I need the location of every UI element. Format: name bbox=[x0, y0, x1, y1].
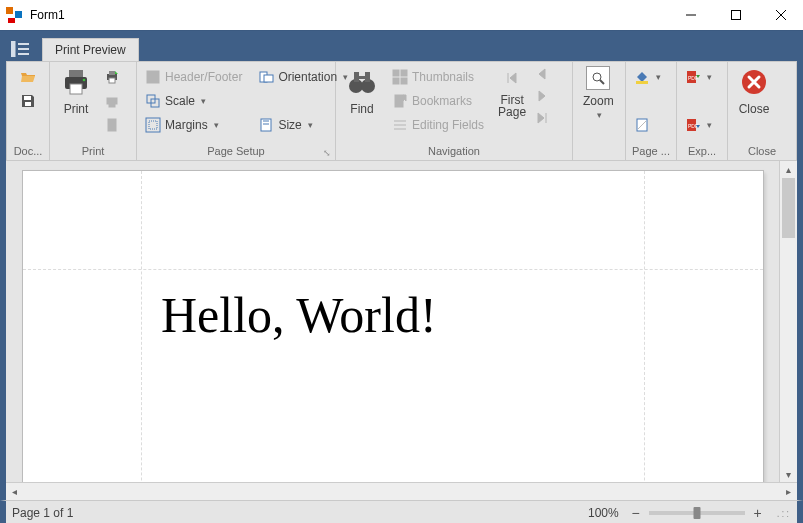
scroll-up-button[interactable]: ▴ bbox=[780, 161, 797, 178]
svg-rect-37 bbox=[393, 78, 399, 84]
svg-rect-35 bbox=[393, 70, 399, 76]
margin-guide bbox=[141, 171, 142, 483]
editing-fields-icon bbox=[392, 117, 408, 133]
scale-label: Scale bbox=[165, 94, 195, 108]
maximize-button[interactable] bbox=[713, 1, 758, 30]
svg-rect-25 bbox=[146, 118, 160, 132]
chevron-down-icon: ▾ bbox=[707, 120, 712, 130]
ribbon-tabstrip: Print Preview bbox=[6, 37, 797, 61]
tab-label: Print Preview bbox=[55, 43, 126, 57]
margin-guide bbox=[23, 269, 763, 270]
svg-rect-8 bbox=[24, 96, 31, 100]
svg-text:PDF: PDF bbox=[688, 75, 698, 81]
size-icon bbox=[258, 117, 274, 133]
chevron-down-icon: ▾ bbox=[707, 72, 712, 82]
margin-guide bbox=[644, 171, 645, 483]
title-bar: Form1 bbox=[0, 0, 803, 31]
margins-icon bbox=[145, 117, 161, 133]
pdf-send-icon: PDF bbox=[685, 117, 701, 133]
chevron-down-icon: ▾ bbox=[308, 120, 313, 130]
svg-rect-36 bbox=[401, 70, 407, 76]
vertical-scrollbar[interactable]: ▴ ▾ bbox=[779, 161, 797, 483]
svg-rect-26 bbox=[149, 121, 157, 129]
svg-rect-39 bbox=[395, 95, 403, 107]
print-label: Print bbox=[64, 102, 89, 116]
pdf-export-icon: PDF bbox=[685, 69, 701, 85]
page-icon bbox=[104, 117, 120, 133]
svg-rect-4 bbox=[11, 41, 15, 57]
last-page-icon bbox=[534, 110, 550, 126]
zoom-label: Zoom bbox=[583, 94, 614, 108]
page-indicator: Page 1 of 1 bbox=[12, 506, 73, 520]
scroll-down-button[interactable]: ▾ bbox=[780, 466, 797, 483]
tab-print-preview[interactable]: Print Preview bbox=[42, 38, 139, 61]
svg-rect-20 bbox=[147, 71, 159, 83]
quick-print-button[interactable] bbox=[100, 66, 124, 88]
scroll-right-button[interactable]: ▸ bbox=[780, 483, 797, 500]
svg-rect-9 bbox=[25, 102, 31, 106]
svg-rect-1 bbox=[731, 11, 740, 20]
close-preview-button[interactable]: Close bbox=[732, 66, 776, 116]
send-pdf-button[interactable]: PDF▾ bbox=[681, 114, 716, 136]
close-window-button[interactable] bbox=[758, 1, 803, 30]
export-pdf-button[interactable]: PDF▾ bbox=[681, 66, 716, 88]
first-page-label: First Page bbox=[498, 94, 526, 118]
svg-rect-32 bbox=[354, 72, 359, 82]
group-label-navigation: Navigation bbox=[336, 142, 572, 160]
dialog-launcher-icon[interactable]: ⤡ bbox=[323, 148, 331, 158]
zoom-button[interactable]: Zoom ▾ bbox=[577, 66, 620, 120]
page-preview[interactable]: Hello, World! bbox=[23, 171, 763, 483]
slider-thumb[interactable] bbox=[693, 507, 700, 519]
header-footer-label: Header/Footer bbox=[165, 70, 242, 84]
zoom-slider[interactable] bbox=[649, 511, 745, 515]
printer-gear-icon bbox=[104, 93, 120, 109]
scroll-thumb[interactable] bbox=[782, 178, 795, 238]
open-button[interactable] bbox=[16, 66, 40, 88]
app-menu-button[interactable] bbox=[6, 37, 34, 61]
margins-label: Margins bbox=[165, 118, 208, 132]
svg-rect-16 bbox=[109, 78, 115, 83]
editing-fields-label: Editing Fields bbox=[412, 118, 484, 132]
print-button[interactable]: Print bbox=[54, 66, 98, 116]
orientation-icon bbox=[258, 69, 274, 85]
zoom-in-button[interactable]: + bbox=[749, 505, 767, 521]
resize-grip[interactable]: .:: bbox=[777, 508, 791, 519]
page-color-button[interactable]: ▾ bbox=[630, 66, 665, 88]
group-label-document: Doc... bbox=[7, 142, 49, 160]
watermark-button[interactable] bbox=[630, 114, 665, 136]
bookmarks-label: Bookmarks bbox=[412, 94, 472, 108]
find-label: Find bbox=[350, 102, 373, 116]
group-label-print: Print bbox=[50, 142, 136, 160]
folder-open-icon bbox=[20, 69, 36, 85]
editing-fields-button: Editing Fields bbox=[388, 114, 488, 136]
group-label-page-background: Page ... bbox=[626, 142, 676, 160]
svg-rect-34 bbox=[359, 76, 365, 79]
svg-rect-28 bbox=[264, 75, 273, 82]
zoom-level: 100% bbox=[588, 506, 619, 520]
svg-rect-19 bbox=[108, 119, 116, 131]
chevron-down-icon: ▾ bbox=[201, 96, 206, 106]
thumbnails-button: Thumbnails bbox=[388, 66, 488, 88]
minimize-button[interactable] bbox=[668, 1, 713, 30]
save-button[interactable] bbox=[16, 90, 40, 112]
group-label-close: Close bbox=[728, 142, 796, 160]
prev-page-icon bbox=[534, 66, 550, 82]
header-footer-icon bbox=[145, 69, 161, 85]
svg-rect-38 bbox=[401, 78, 407, 84]
printer-small-icon bbox=[104, 69, 120, 85]
find-button[interactable]: Find bbox=[340, 66, 384, 116]
bookmarks-icon bbox=[392, 93, 408, 109]
horizontal-scrollbar[interactable]: ◂ ▸ bbox=[6, 482, 797, 500]
scroll-left-button[interactable]: ◂ bbox=[6, 483, 23, 500]
margins-button[interactable]: Margins▾ bbox=[141, 114, 246, 136]
size-label: Size bbox=[278, 118, 301, 132]
close-label: Close bbox=[739, 102, 770, 116]
floppy-icon bbox=[20, 93, 36, 109]
chevron-down-icon: ▾ bbox=[597, 110, 602, 120]
page-setup-small-button bbox=[100, 114, 124, 136]
scale-button[interactable]: Scale▾ bbox=[141, 90, 246, 112]
zoom-out-button[interactable]: − bbox=[627, 505, 645, 521]
svg-line-44 bbox=[600, 80, 604, 84]
close-icon bbox=[738, 66, 770, 98]
svg-point-43 bbox=[593, 73, 601, 81]
